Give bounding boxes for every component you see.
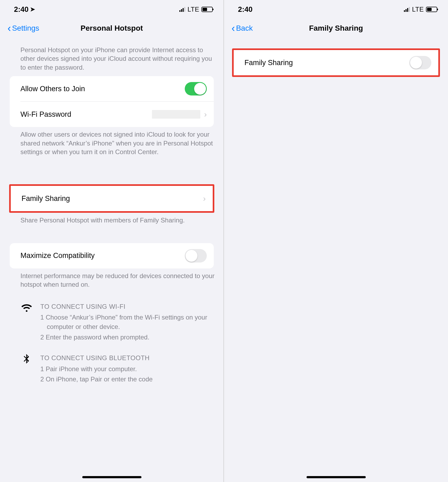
status-right: LTE bbox=[179, 6, 213, 13]
instructions-bt-text: TO CONNECT USING BLUETOOTH 1 Pair iPhone… bbox=[40, 353, 215, 385]
wifi-password-value bbox=[152, 110, 200, 119]
instructions-wifi-step2: 2 Enter the password when prompted. bbox=[40, 333, 215, 342]
instructions-bt-title: TO CONNECT USING BLUETOOTH bbox=[40, 353, 215, 363]
status-left: 2:40 ➤ bbox=[14, 5, 35, 14]
allow-others-label: Allow Others to Join bbox=[20, 85, 85, 93]
row-family-sharing[interactable]: Family Sharing › bbox=[11, 186, 213, 211]
highlight-family-sharing: Family Sharing › bbox=[9, 184, 214, 213]
bluetooth-icon bbox=[20, 353, 33, 365]
home-indicator[interactable] bbox=[307, 476, 366, 478]
family-sharing-desc: Share Personal Hotspot with members of F… bbox=[0, 213, 223, 230]
row-maximize-compat[interactable]: Maximize Compatibility bbox=[10, 243, 214, 268]
family-sharing-label: Family Sharing bbox=[22, 194, 70, 203]
location-icon: ➤ bbox=[30, 6, 35, 13]
row-wifi-password[interactable]: Wi-Fi Password › bbox=[10, 102, 214, 127]
highlight-family-sharing-toggle: Family Sharing bbox=[232, 48, 440, 77]
status-time: 2:40 bbox=[238, 5, 253, 14]
battery-icon bbox=[426, 7, 437, 12]
maximize-compat-label: Maximize Compatibility bbox=[20, 251, 95, 260]
family-sharing-label: Family Sharing bbox=[244, 59, 293, 67]
back-button[interactable]: ‹ Settings bbox=[8, 23, 39, 33]
maximize-compat-toggle[interactable] bbox=[185, 249, 207, 263]
status-bar: 2:40 ➤ LTE bbox=[0, 0, 223, 19]
family-sharing-toggle[interactable] bbox=[409, 56, 431, 69]
group-allow-others: Allow Others to Join Wi-Fi Password › bbox=[10, 76, 214, 127]
page-title: Family Sharing bbox=[224, 24, 448, 33]
chevron-left-icon: ‹ bbox=[232, 23, 235, 33]
chevron-right-icon: › bbox=[204, 110, 207, 119]
nav-header: ‹ Settings Personal Hotspot bbox=[0, 19, 223, 38]
status-bar: 2:40 LTE bbox=[224, 0, 448, 19]
row-allow-others[interactable]: Allow Others to Join bbox=[10, 76, 214, 101]
nav-header: ‹ Back Family Sharing bbox=[224, 19, 448, 38]
instructions-bt-step1: 1 Pair iPhone with your computer. bbox=[40, 364, 215, 374]
back-label: Settings bbox=[12, 24, 39, 33]
back-button[interactable]: ‹ Back bbox=[232, 23, 253, 33]
battery-icon bbox=[201, 7, 213, 12]
chevron-right-icon: › bbox=[203, 194, 206, 203]
allow-others-desc: Allow other users or devices not signed … bbox=[0, 127, 223, 162]
wifi-password-value-area: › bbox=[152, 110, 207, 119]
screen-family-sharing-detail: 2:40 LTE ‹ Back Family Sharing Family Sh… bbox=[224, 0, 448, 482]
instructions-wifi: TO CONNECT USING WI-FI 1 Choose “Ankur’s… bbox=[0, 295, 223, 346]
chevron-left-icon: ‹ bbox=[8, 23, 11, 33]
instructions-wifi-step1: 1 Choose “Ankur’s iPhone” from the Wi-Fi… bbox=[40, 313, 215, 332]
allow-others-toggle[interactable] bbox=[185, 82, 207, 95]
network-type: LTE bbox=[412, 6, 424, 13]
maximize-compat-desc: Internet performance may be reduced for … bbox=[0, 268, 223, 295]
screen-personal-hotspot: 2:40 ➤ LTE ‹ Settings Personal Hotspot P… bbox=[0, 0, 224, 482]
group-maximize-compat: Maximize Compatibility bbox=[10, 243, 214, 268]
back-label: Back bbox=[236, 24, 253, 33]
wifi-password-label: Wi-Fi Password bbox=[20, 110, 71, 119]
row-family-sharing-toggle[interactable]: Family Sharing bbox=[234, 50, 438, 75]
wifi-icon bbox=[20, 302, 33, 314]
instructions-bluetooth: TO CONNECT USING BLUETOOTH 1 Pair iPhone… bbox=[0, 346, 223, 388]
signal-icon bbox=[404, 7, 410, 12]
intro-text: Personal Hotspot on your iPhone can prov… bbox=[0, 41, 223, 76]
status-time: 2:40 bbox=[14, 5, 29, 14]
instructions-wifi-title: TO CONNECT USING WI-FI bbox=[40, 302, 215, 311]
status-left: 2:40 bbox=[238, 5, 253, 14]
signal-icon bbox=[179, 7, 185, 12]
status-right: LTE bbox=[404, 6, 437, 13]
network-type: LTE bbox=[187, 6, 199, 13]
home-indicator[interactable] bbox=[82, 476, 141, 478]
instructions-wifi-text: TO CONNECT USING WI-FI 1 Choose “Ankur’s… bbox=[40, 302, 215, 343]
instructions-bt-step2: 2 On iPhone, tap Pair or enter the code bbox=[40, 375, 215, 384]
